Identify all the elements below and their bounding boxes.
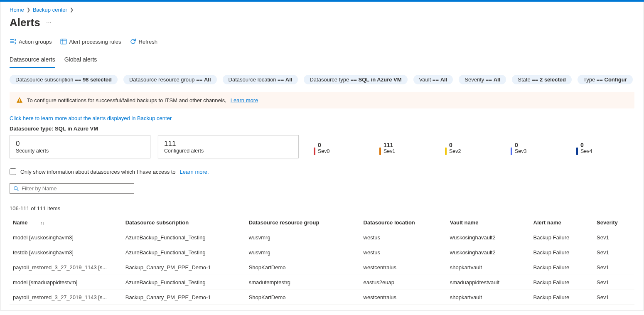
sort-icon: ↑↓	[40, 220, 44, 225]
svg-rect-2	[19, 101, 20, 102]
refresh-button[interactable]: Refresh	[130, 38, 158, 45]
learn-more-link[interactable]: Click here to learn more about the alert…	[10, 115, 172, 121]
sev0-block[interactable]: 0Sev0	[314, 135, 372, 158]
cell-name: payroll_restored_3_27_2019_1143 [s...	[10, 290, 122, 305]
table-row[interactable]: payroll_restored_3_27_2019_1143 [s...Bac…	[10, 260, 634, 275]
cell-sev: Sev1	[593, 245, 634, 260]
filter-resource-group[interactable]: Datasource resource group == All	[123, 75, 217, 84]
page-title: Alerts	[10, 16, 40, 29]
cell-alert: Backup Failure	[530, 245, 594, 260]
cell-vault: shopkartvault	[447, 260, 530, 275]
summary-row: 0 Security alerts 111 Configured alerts …	[10, 135, 634, 158]
security-alerts-label: Security alerts	[16, 148, 144, 154]
sev3-bar-icon	[511, 148, 512, 155]
cell-sub: AzureBackup_Functional_Testing	[122, 230, 246, 245]
filter-datasource-type[interactable]: Datasource type == SQL in Azure VM	[304, 75, 407, 84]
filter-by-name-container[interactable]	[10, 183, 134, 194]
breadcrumb: Home ❯ Backup center ❯	[0, 7, 644, 13]
configured-alerts-count: 111	[164, 140, 293, 148]
col-severity[interactable]: Severity	[593, 215, 634, 230]
sev3-block[interactable]: 0Sev3	[511, 135, 569, 158]
tab-datasource-alerts[interactable]: Datasource alerts	[10, 51, 55, 68]
svg-point-3	[14, 186, 17, 189]
cell-vault: wuskosinghavault2	[447, 245, 530, 260]
info-banner: To configure notifications for successfu…	[10, 92, 634, 108]
filter-subscription[interactable]: Datasource subscription == 98 selected	[10, 75, 118, 84]
col-subscription[interactable]: Datasource subscription	[122, 215, 246, 230]
security-alerts-count: 0	[16, 140, 144, 148]
table-row[interactable]: payroll_restored_3_27_2019_1143 [s...Bac…	[10, 290, 634, 305]
chevron-right-icon: ❯	[27, 7, 30, 12]
filter-severity[interactable]: Severity == All	[459, 75, 506, 84]
col-name[interactable]: Name↑↓	[10, 215, 122, 230]
action-groups-label: Action groups	[19, 39, 52, 45]
cell-alert: Backup Failure	[530, 290, 594, 305]
security-alerts-card[interactable]: 0 Security alerts	[10, 135, 150, 158]
action-groups-icon	[10, 38, 16, 45]
sev1-block[interactable]: 111Sev1	[379, 135, 438, 158]
filter-type[interactable]: Type == Configur	[578, 75, 633, 84]
cell-name: model [smaduappidtestvm]	[10, 275, 122, 290]
access-filter-label: Only show information about datasources …	[20, 169, 176, 175]
col-location[interactable]: Datasource location	[360, 215, 447, 230]
cell-name: model [wuskosinghavm3]	[10, 230, 122, 245]
svg-rect-1	[19, 99, 20, 101]
banner-text: To configure notifications for successfu…	[27, 97, 226, 103]
action-groups-button[interactable]: Action groups	[10, 38, 52, 45]
filter-state[interactable]: State == 2 selected	[512, 75, 572, 84]
col-vault[interactable]: Vault name	[447, 215, 530, 230]
result-count: 106-111 of 111 items	[10, 194, 634, 215]
col-alert-name[interactable]: Alert name	[530, 215, 594, 230]
more-actions-icon[interactable]: ⋯	[46, 20, 52, 26]
filter-vault[interactable]: Vault == All	[413, 75, 453, 84]
cell-name: testdb [wuskosinghavm3]	[10, 245, 122, 260]
col-resource-group[interactable]: Datasource resource group	[246, 215, 360, 230]
cell-sub: Backup_Canary_PM_PPE_Demo-1	[122, 260, 246, 275]
cell-sev: Sev1	[593, 275, 634, 290]
cell-loc: eastus2euap	[360, 275, 447, 290]
alert-rules-icon	[60, 38, 67, 45]
tabs: Datasource alerts Global alerts	[0, 51, 644, 68]
refresh-icon	[130, 38, 136, 45]
cell-rg: smadutemptestrg	[246, 275, 360, 290]
toolbar: Action groups Alert processing rules Ref…	[0, 35, 644, 50]
svg-rect-0	[61, 39, 66, 44]
filter-by-name-input[interactable]	[22, 185, 130, 192]
configured-alerts-card[interactable]: 111 Configured alerts	[158, 135, 299, 158]
cell-sub: AzureBackup_Functional_Testing	[122, 245, 246, 260]
cell-sub: Backup_Canary_PM_PPE_Demo-1	[122, 290, 246, 305]
breadcrumb-backup-center[interactable]: Backup center	[33, 7, 67, 13]
warning-icon	[16, 97, 23, 103]
cell-loc: westcentralus	[360, 290, 447, 305]
configured-alerts-label: Configured alerts	[164, 148, 293, 154]
refresh-label: Refresh	[139, 39, 158, 45]
access-learn-more-link[interactable]: Learn more.	[180, 169, 209, 175]
cell-sev: Sev1	[593, 260, 634, 275]
cell-rg: ShopKartDemo	[246, 260, 360, 275]
cell-name: payroll_restored_3_27_2019_1143 [s...	[10, 260, 122, 275]
cell-sev: Sev1	[593, 230, 634, 245]
filter-location[interactable]: Datasource location == All	[223, 75, 298, 84]
cell-rg: wusvmrg	[246, 230, 360, 245]
alert-rules-button[interactable]: Alert processing rules	[60, 38, 121, 45]
sev2-bar-icon	[445, 148, 447, 155]
datasource-type-label: Datasource type: SQL in Azure VM	[10, 126, 634, 135]
cell-alert: Backup Failure	[530, 230, 594, 245]
breadcrumb-home[interactable]: Home	[10, 7, 24, 13]
access-filter-checkbox[interactable]	[10, 168, 16, 175]
sev1-bar-icon	[379, 148, 381, 155]
cell-loc: westus	[360, 230, 447, 245]
cell-alert: Backup Failure	[530, 260, 594, 275]
sev4-bar-icon	[576, 148, 578, 155]
banner-learn-more-link[interactable]: Learn more	[231, 97, 258, 103]
sev4-block[interactable]: 0Sev4	[576, 135, 634, 158]
cell-vault: smaduappidtestvault	[447, 275, 530, 290]
table-row[interactable]: model [smaduappidtestvm]AzureBackup_Func…	[10, 275, 634, 290]
tab-global-alerts[interactable]: Global alerts	[64, 51, 97, 68]
filter-row: Datasource subscription == 98 selected D…	[10, 68, 634, 92]
sev2-block[interactable]: 0Sev2	[445, 135, 503, 158]
alert-rules-label: Alert processing rules	[69, 39, 121, 45]
table-row[interactable]: model [wuskosinghavm3]AzureBackup_Functi…	[10, 230, 634, 245]
cell-vault: shopkartvault	[447, 290, 530, 305]
table-row[interactable]: testdb [wuskosinghavm3]AzureBackup_Funct…	[10, 245, 634, 260]
